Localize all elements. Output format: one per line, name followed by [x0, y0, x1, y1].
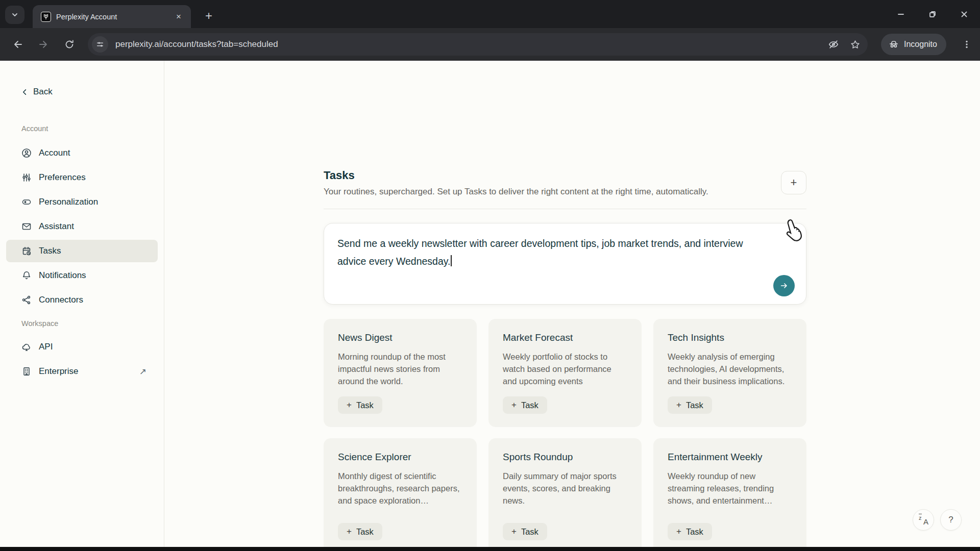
sidebar-item-api[interactable]: API [6, 336, 158, 358]
add-task-pill-button[interactable]: +Task [503, 396, 547, 414]
sidebar-item-label: Account [39, 148, 70, 158]
card-title: Science Explorer [338, 452, 462, 463]
plus-icon: + [676, 527, 681, 537]
card-description: Monthly digest of scientific breakthroug… [338, 470, 462, 507]
section-label-workspace: Workspace [6, 317, 158, 330]
back-label: Back [33, 87, 53, 97]
bell-icon [21, 270, 32, 281]
tab-close-button[interactable]: × [173, 11, 185, 23]
cloud-icon [21, 342, 32, 352]
sidebar-item-enterprise[interactable]: Enterprise ↗ [6, 360, 158, 383]
page-subtitle: Your routines, supercharged. Set up Task… [324, 187, 708, 197]
three-dots-icon [962, 40, 971, 49]
new-tab-button[interactable]: + [200, 7, 217, 24]
incognito-badge: Incognito [881, 34, 946, 55]
task-card-market-forecast: Market Forecast Weekly portfolio of stoc… [488, 319, 642, 427]
task-card-sports-roundup: Sports Roundup Daily summary of major sp… [488, 438, 642, 551]
browser-menu-button[interactable] [958, 35, 976, 54]
close-window-button[interactable] [948, 0, 980, 28]
plus-icon: + [511, 400, 517, 410]
plus-icon: + [511, 527, 517, 537]
calendar-clock-icon [21, 246, 32, 256]
add-task-pill-button[interactable]: +Task [503, 523, 547, 540]
add-task-button[interactable]: + [781, 171, 806, 194]
sidebar-item-label: Connectors [39, 295, 83, 305]
screen-bottom-edge [0, 547, 980, 551]
browser-tab-active[interactable]: Perplexity Account × [33, 5, 191, 28]
arrow-right-icon [37, 39, 48, 50]
sidebar: Back Account Account Preferences Persona… [0, 61, 164, 547]
share-nodes-icon [21, 295, 32, 305]
sliders-icon [21, 172, 32, 183]
pill-label: Task [356, 400, 374, 410]
account-page: Back Account Account Preferences Persona… [0, 61, 980, 547]
card-title: Market Forecast [503, 332, 627, 343]
add-task-pill-button[interactable]: +Task [668, 396, 712, 414]
reload-icon [64, 39, 75, 49]
site-settings-icon [95, 40, 105, 49]
sidebar-item-label: Tasks [39, 246, 61, 256]
sidebar-item-notifications[interactable]: Notifications [6, 264, 158, 287]
url-text[interactable]: perplexity.ai/account/tasks?tab=schedule… [115, 39, 825, 49]
restore-button[interactable] [917, 0, 948, 28]
sidebar-item-preferences[interactable]: Preferences [6, 166, 158, 189]
toggle-icon [21, 197, 32, 207]
card-title: Sports Roundup [503, 452, 627, 463]
page-title: Tasks [324, 169, 355, 182]
card-title: Tech Insights [668, 332, 792, 343]
chevron-down-icon [11, 11, 18, 18]
sidebar-item-label: Preferences [39, 172, 86, 183]
sidebar-item-connectors[interactable]: Connectors [6, 289, 158, 311]
address-bar[interactable]: perplexity.ai/account/tasks?tab=schedule… [88, 33, 868, 56]
add-task-pill-button[interactable]: +Task [338, 396, 382, 414]
browser-toolbar: perplexity.ai/account/tasks?tab=schedule… [0, 28, 980, 61]
reload-button[interactable] [60, 35, 79, 54]
arrow-left-icon [13, 39, 24, 50]
incognito-label: Incognito [904, 40, 937, 49]
sidebar-item-label: Personalization [39, 197, 98, 207]
card-title: Entertainment Weekly [668, 452, 792, 463]
text-caret [451, 255, 452, 266]
plus-icon: + [347, 527, 352, 537]
browser-tabstrip: Perplexity Account × + [0, 0, 980, 28]
pill-label: Task [521, 527, 538, 537]
task-card-entertainment-weekly: Entertainment Weekly Weekly roundup of n… [653, 438, 806, 551]
sidebar-item-tasks[interactable]: Tasks [6, 240, 158, 262]
task-card-tech-insights: Tech Insights Weekly analysis of emergin… [653, 319, 806, 427]
eye-off-icon [828, 39, 839, 50]
sidebar-item-account[interactable]: Account [6, 142, 158, 164]
tab-search-button[interactable] [5, 6, 24, 24]
external-link-icon: ↗ [139, 366, 146, 377]
card-description: Weekly roundup of new streaming releases… [668, 470, 792, 507]
sidebar-item-personalization[interactable]: Personalization [6, 191, 158, 213]
restore-icon [929, 11, 936, 18]
plus-icon: + [676, 400, 681, 410]
password-hidden-button[interactable] [825, 36, 842, 53]
submit-task-button[interactable] [773, 275, 795, 296]
sidebar-item-label: API [39, 342, 53, 352]
task-card-science-explorer: Science Explorer Monthly digest of scien… [324, 438, 477, 551]
help-button[interactable]: ? [940, 509, 962, 531]
task-input[interactable]: Send me a weekly newsletter with career … [324, 223, 806, 305]
incognito-icon [888, 39, 899, 50]
card-description: Weekly portfolio of stocks to watch base… [503, 350, 627, 387]
bookmark-button[interactable] [846, 36, 864, 53]
site-info-button[interactable] [92, 36, 108, 53]
sidebar-item-assistant[interactable]: Assistant [6, 215, 158, 238]
add-task-pill-button[interactable]: +Task [668, 523, 712, 540]
close-icon [961, 11, 968, 18]
back-button[interactable] [9, 35, 28, 54]
task-templates-grid: News Digest Morning roundup of the most … [324, 319, 806, 551]
header-divider [324, 209, 806, 209]
forward-button[interactable] [34, 35, 52, 54]
minimize-button[interactable] [885, 0, 917, 28]
task-input-value: Send me a weekly newsletter with career … [337, 238, 743, 267]
back-link[interactable]: Back [6, 85, 158, 99]
language-button[interactable]: z A [913, 509, 934, 531]
pill-label: Task [686, 400, 703, 410]
building-icon [21, 366, 32, 377]
add-task-pill-button[interactable]: +Task [338, 523, 382, 540]
question-mark-icon: ? [948, 515, 953, 525]
pill-label: Task [356, 527, 374, 537]
user-circle-icon [21, 148, 32, 158]
